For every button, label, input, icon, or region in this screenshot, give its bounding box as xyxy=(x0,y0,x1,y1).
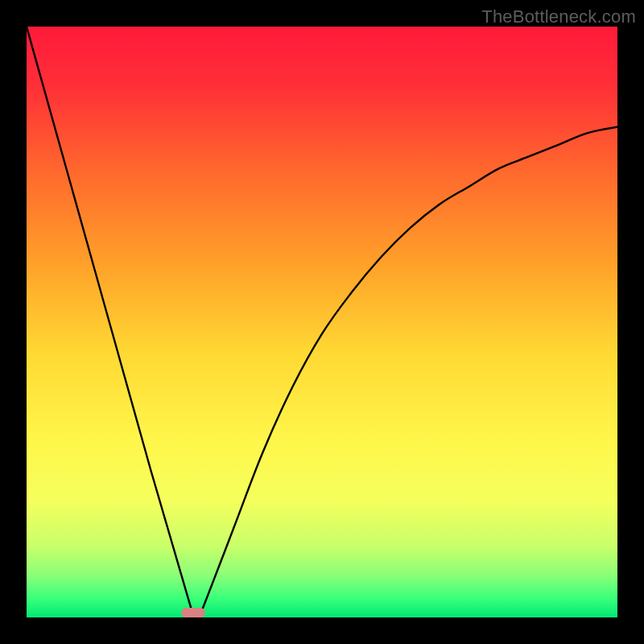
watermark-text: TheBottleneck.com xyxy=(481,6,636,27)
cusp-marker xyxy=(181,608,205,617)
outer-frame: TheBottleneck.com xyxy=(0,0,644,644)
bottleneck-curve xyxy=(27,27,617,617)
plot-area xyxy=(27,27,617,617)
